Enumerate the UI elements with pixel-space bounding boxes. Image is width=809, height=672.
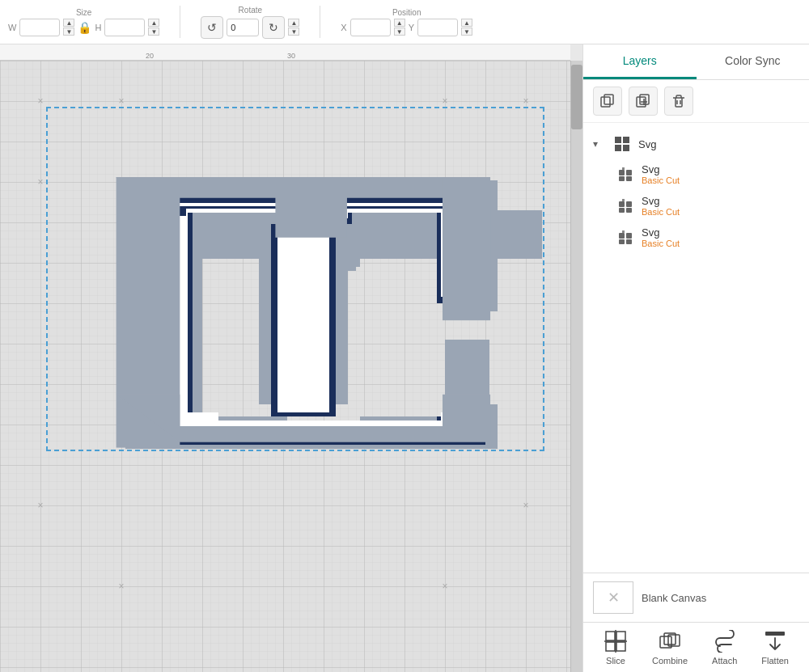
svg-rect-48 (619, 239, 625, 244)
canvas-thumbnail: ✕ (593, 581, 633, 614)
x-mark: × (118, 95, 124, 107)
y-down-btn[interactable]: ▼ (461, 27, 472, 36)
svg-rect-50 (622, 230, 625, 233)
right-panel: Layers Color Sync (582, 44, 809, 672)
x-mark: × (523, 500, 528, 511)
svg-rect-51 (606, 632, 615, 640)
width-input[interactable] (19, 19, 60, 36)
size-inputs: W ▲ ▼ 🔒 H ▲ ▼ (8, 19, 159, 36)
angle-up-btn[interactable]: ▲ (288, 19, 299, 27)
panel-bottom: ✕ Blank Canvas (583, 573, 809, 672)
x-input[interactable] (350, 19, 391, 36)
add-layer-icon (636, 94, 650, 108)
layer-name-child-2: Svg (642, 195, 799, 207)
slice-label: Slice (606, 656, 625, 666)
rotate-cw-btn[interactable]: ↻ (262, 16, 285, 39)
panel-bottom-toolbar: Slice Combine (583, 622, 809, 672)
canvas-x-icon: ✕ (608, 589, 620, 606)
layer-type-child-2: Basic Cut (642, 207, 799, 217)
flatten-tool[interactable]: Flatten (755, 629, 795, 666)
flatten-icon (763, 629, 787, 653)
add-layer-btn[interactable] (629, 87, 658, 116)
slice-icon (604, 629, 628, 653)
position-inputs: X ▲ ▼ Y ▲ ▼ (341, 19, 472, 36)
layer-item-root[interactable]: ▾ Svg (583, 129, 809, 158)
height-down-btn[interactable]: ▼ (148, 27, 159, 36)
svg-rect-60 (765, 632, 785, 636)
svg-rect-24 (601, 97, 610, 107)
combine-label: Combine (652, 656, 688, 666)
rotate-label: Rotate (239, 6, 262, 15)
ruler-mark-30: 30 (287, 52, 295, 60)
size-group: Size W ▲ ▼ 🔒 H ▲ ▼ (8, 8, 159, 36)
svg-rect-38 (619, 176, 625, 181)
y-input[interactable] (417, 19, 458, 36)
svg-rect-45 (622, 199, 625, 201)
svg-rect-54 (616, 642, 625, 651)
svg-rect-46 (619, 233, 625, 239)
y-up-btn[interactable]: ▲ (461, 19, 472, 27)
pos-y-label: Y (409, 23, 414, 32)
delete-layer-icon (671, 94, 686, 108)
copy-all-icon (600, 94, 615, 108)
height-stepper: ▲ ▼ (148, 19, 159, 36)
expand-icon: ▾ (593, 138, 606, 150)
x-up-btn[interactable]: ▲ (394, 19, 405, 27)
panel-tabs: Layers Color Sync (583, 44, 809, 80)
width-stepper: ▲ ▼ (63, 19, 74, 36)
pos-x-label: X (341, 23, 346, 32)
rotate-ccw-btn[interactable]: ↺ (201, 16, 223, 39)
x-down-btn[interactable]: ▼ (394, 27, 405, 36)
svg-rect-44 (626, 208, 632, 213)
canvas-area[interactable]: 20 30 × × × × × × × × × (0, 44, 582, 672)
layer-info-child-1: Svg Basic Cut (642, 163, 799, 185)
x-mark: × (37, 500, 43, 511)
width-up-btn[interactable]: ▲ (63, 19, 74, 27)
x-mark: × (118, 581, 124, 592)
scrollbar-thumb[interactable] (571, 65, 582, 129)
toolbar: Size W ▲ ▼ 🔒 H ▲ ▼ Rotate ↺ ↻ ▲ (0, 0, 809, 44)
angle-input[interactable] (227, 19, 259, 36)
copy-all-btn[interactable] (593, 87, 622, 116)
slice-tool[interactable]: Slice (597, 629, 634, 666)
canvas-label: Blank Canvas (642, 592, 706, 604)
svg-logo-main: .gray { fill: #9aa5b4; } .blue { fill: #… (49, 109, 542, 449)
flatten-label: Flatten (761, 656, 789, 666)
rotate-group: Rotate ↺ ↻ ▲ ▼ (201, 6, 299, 39)
combine-tool[interactable]: Combine (646, 629, 694, 666)
layer-info-child-3: Svg Basic Cut (642, 226, 799, 248)
angle-stepper: ▲ ▼ (288, 19, 299, 36)
x-mark: × (442, 581, 447, 592)
svg-rect-43 (619, 208, 625, 213)
attach-tool[interactable]: Attach (705, 629, 743, 666)
tab-color-sync[interactable]: Color Sync (697, 44, 810, 79)
panel-toolbar (583, 80, 809, 123)
layer-item-child-2[interactable]: Svg Basic Cut (583, 190, 809, 222)
layer-type-child-1: Basic Cut (642, 175, 799, 185)
svg-rect-25 (604, 95, 613, 104)
position-label: Position (392, 8, 421, 17)
height-up-btn[interactable]: ▲ (148, 19, 159, 27)
layer-name-child-3: Svg (642, 226, 799, 239)
svg-rect-41 (619, 201, 625, 207)
layer-info-root: Svg (638, 138, 799, 150)
svg-rect-47 (626, 233, 632, 239)
logo-container[interactable]: .gray { fill: #9aa5b4; } .blue { fill: #… (49, 109, 542, 449)
angle-down-btn[interactable]: ▼ (288, 27, 299, 36)
layer-item-child-3[interactable]: Svg Basic Cut (583, 222, 809, 253)
canvas-preview: ✕ Blank Canvas (593, 581, 799, 614)
lock-icon: 🔒 (78, 21, 91, 34)
width-down-btn[interactable]: ▼ (63, 27, 74, 36)
layer-item-child-1[interactable]: Svg Basic Cut (583, 158, 809, 190)
layer-icon-child-3 (616, 228, 635, 247)
tab-layers[interactable]: Layers (583, 44, 697, 79)
attach-label: Attach (712, 656, 737, 666)
layers-list: ▾ Svg (583, 123, 809, 573)
separator-1 (180, 6, 180, 38)
delete-layer-btn[interactable] (664, 87, 693, 116)
scrollbar-vertical[interactable] (570, 61, 582, 672)
layer-icon-child-1 (616, 165, 635, 184)
height-input[interactable] (104, 19, 145, 36)
ruler-top: 20 30 (0, 44, 570, 61)
size-h-label: H (95, 23, 101, 32)
